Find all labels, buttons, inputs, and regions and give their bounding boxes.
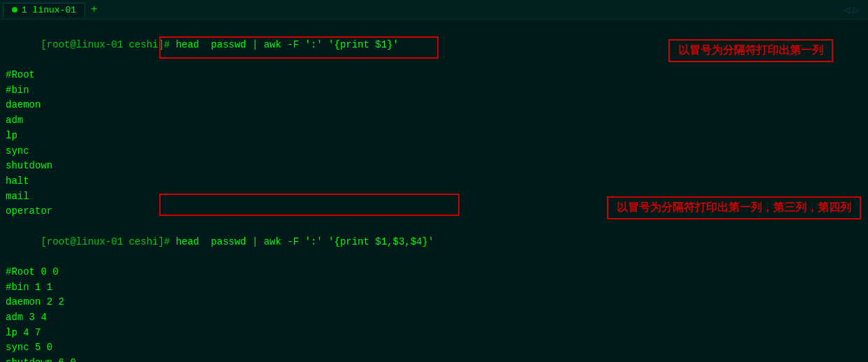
output-line-5: adm <box>6 113 862 129</box>
cmd-1: head passwd | awk -F ':' '{print $1}' <box>170 39 399 50</box>
cmd-2: head passwd | awk -F ':' '{print $1,$3,$… <box>170 236 434 247</box>
tab-bar: 1 linux-01 + ◁ ▷ <box>0 0 868 20</box>
output-line-15: daemon 2 2 <box>6 295 862 310</box>
output-line-7: sync <box>6 144 862 159</box>
nav-left-icon[interactable]: ◁ <box>844 3 851 17</box>
output-line-3: #bin <box>6 83 862 99</box>
output-line-2: #Root <box>6 68 862 83</box>
terminal-window: 1 linux-01 + ◁ ▷ [root@linux-01 ceshi]# … <box>0 0 868 362</box>
tab-indicator <box>12 7 17 13</box>
line-12: [root@linux-01 ceshi]# head passwd | awk… <box>6 219 862 265</box>
new-tab-button[interactable]: + <box>85 3 103 16</box>
output-line-17: lp 4 7 <box>6 326 862 341</box>
output-line-13: #Root 0 0 <box>6 265 862 280</box>
output-line-14: #bin 1 1 <box>6 280 862 296</box>
output-line-9: halt <box>6 174 862 189</box>
output-line-16: adm 3 4 <box>6 310 862 326</box>
output-line-18: sync 5 0 <box>6 340 862 356</box>
output-line-19: shutdown 6 0 <box>6 356 862 362</box>
annotation-label-2: 以冒号为分隔符打印出第一列，第三列，第四列 <box>607 196 861 219</box>
output-line-6: lp <box>6 129 862 144</box>
annotation-label-1: 以冒号为分隔符打印出第一列 <box>668 39 833 62</box>
output-line-4: daemon <box>6 98 862 113</box>
active-tab[interactable]: 1 linux-01 <box>3 3 85 17</box>
output-line-8: shutdown <box>6 159 862 174</box>
prompt-1: [root@linux-01 ceshi]# <box>41 39 170 50</box>
tab-label: 1 linux-01 <box>22 5 76 15</box>
nav-right-icon[interactable]: ▷ <box>853 3 860 17</box>
prompt-2: [root@linux-01 ceshi]# <box>41 236 170 247</box>
nav-arrows: ◁ ▷ <box>844 3 865 17</box>
terminal-body[interactable]: [root@linux-01 ceshi]# head passwd | awk… <box>0 20 868 362</box>
